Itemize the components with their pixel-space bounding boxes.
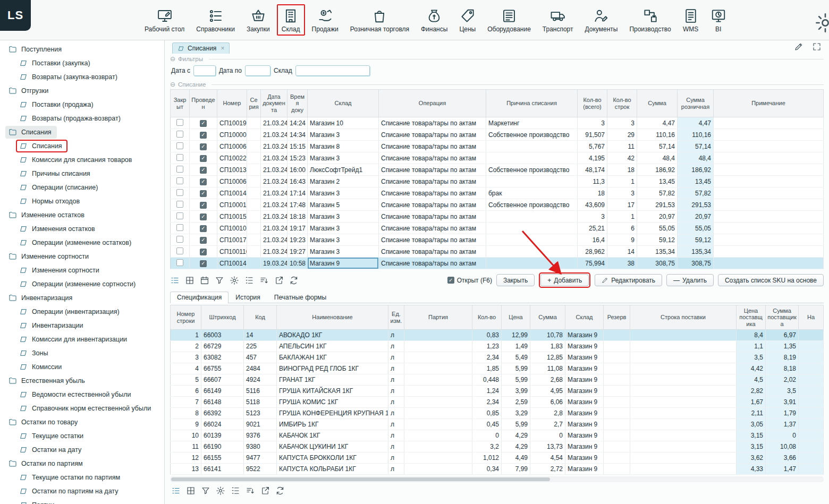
cell-price[interactable]: 5,49 [502,352,530,363]
cell-supply_row[interactable] [630,363,737,374]
cell-supplier_sum[interactable]: 8,19 [766,352,799,363]
cell-number[interactable]: СП100159 [217,211,247,223]
cell-batch[interactable] [404,352,472,363]
cell-rows_count[interactable]: 1 [607,176,637,187]
cell-qty_total[interactable]: 75,994 [578,258,607,269]
cell-name[interactable]: АПЕЛЬСИН 1КГ [277,341,388,352]
cell-barcode[interactable]: 66148 [201,397,244,408]
cell-barcode[interactable]: 66003 [201,330,244,341]
edit-button[interactable]: Редактировать [595,274,662,286]
cell-price[interactable]: 5,99 [502,419,530,430]
cell-price[interactable]: 3,99 [502,386,530,397]
cell-qty_total[interactable]: 91,507 [578,129,607,141]
cell-series[interactable] [247,187,261,199]
cell-number[interactable]: СП100062 [217,176,247,187]
cell-verified[interactable]: ✓ [190,164,217,176]
export-icon[interactable] [260,486,270,496]
cell-reserve[interactable] [604,408,630,419]
cell-note[interactable] [714,164,824,176]
tree-folder[interactable]: Остатки по товару [0,415,164,429]
table-row[interactable]: 11661909380КАБАЧОК ЦУКИНИ 1КГл3,24,2913,… [171,441,824,452]
cell-operation[interactable]: Списание товара/тары по актам [379,211,486,223]
cell-warehouse[interactable]: Магазин 9 [565,330,604,341]
cell-sum[interactable]: 6,06 [530,397,565,408]
cell-qty[interactable]: 0,34 [472,464,502,475]
cell-barcode[interactable]: 63082 [201,352,244,363]
cell-series[interactable] [247,117,261,129]
cell-closed[interactable] [171,152,190,164]
table-row[interactable]: 266729225АПЕЛЬСИН 1КГл1,231,491,83Магази… [171,341,824,352]
cell-n[interactable]: 10 [171,430,201,441]
cell-series[interactable] [247,164,261,176]
cell-reason[interactable]: брак [486,187,578,199]
cell-operation[interactable]: Списание товара/тары по актам [379,223,486,234]
cell-time[interactable]: 10:58 [287,258,308,269]
checkbox[interactable] [176,212,183,219]
table-row[interactable]: 10601399376КАБАЧОК 1КГл04,290Магазин 93,… [171,430,824,441]
cell-sum_retail[interactable]: 186,92 [678,164,714,176]
cell-closed[interactable] [171,141,190,152]
cell-reserve[interactable] [604,374,630,386]
create-sku-button[interactable]: Создать список SKU на основе [718,274,824,286]
tree-leaf[interactable]: Комиссии для списания товаров [0,153,164,167]
cell-rows_count[interactable]: 1 [607,211,637,223]
cell-supplier_price[interactable]: 4,33 [737,464,766,475]
cell-supply_row[interactable] [630,330,737,341]
scrollbar-thumb[interactable] [171,477,550,481]
cell-extra[interactable] [799,341,824,352]
cell-unit[interactable]: л [388,330,404,341]
tree-folder[interactable]: Инвентаризация [0,291,164,305]
cell-qty_total[interactable]: 5,767 [578,141,607,152]
numbered-list-icon[interactable] [244,276,254,285]
cell-code[interactable]: 14 [244,330,277,341]
cell-code[interactable]: 9380 [244,441,277,452]
cell-operation[interactable]: Списание товара/тары по актам [379,141,486,152]
cell-code[interactable]: 9021 [244,419,277,430]
cell-qty[interactable]: 1,85 [472,363,502,374]
cell-operation[interactable]: Списание товара/тары по актам [379,187,486,199]
checkbox[interactable] [176,201,183,208]
column-header[interactable]: Код [244,305,277,330]
column-header[interactable]: Строка поставки [630,305,737,330]
cell-series[interactable] [247,258,261,269]
sort-icon[interactable] [259,276,269,285]
cell-unit[interactable]: л [388,352,404,363]
tab-spisaniya[interactable]: Списания × [172,42,230,54]
cell-date[interactable]: 21.03.24 [261,176,287,187]
cell-series[interactable] [247,223,261,234]
tree-leaf[interactable]: Изменения сортности [0,263,164,277]
cell-operation[interactable]: Списание товара/тары по актам [379,258,486,269]
table-row[interactable]: ✓СП10001421.03.2417:48Магазин 5Списание … [171,199,824,211]
cell-batch[interactable] [404,341,472,352]
cell-rows_count[interactable]: 9 [607,234,637,246]
cell-n[interactable]: 1 [171,330,201,341]
gear-icon[interactable] [216,486,225,496]
cell-verified[interactable]: ✓ [190,129,217,141]
cell-code[interactable]: 9376 [244,430,277,441]
cell-extra[interactable] [799,408,824,419]
cell-name[interactable]: ГРУША КОНФЕРЕНЦИЯ КРУПНАЯ 1КГ [277,408,388,419]
column-header[interactable]: Примечание [714,90,824,117]
nav-item-wms[interactable]: WMS [678,4,704,36]
cell-time[interactable]: 17:48 [287,199,308,211]
cell-supplier_sum[interactable]: 1,35 [766,341,799,352]
cell-rows_count[interactable]: 18 [607,164,637,176]
cell-operation[interactable]: Списание товара/тары по актам [379,199,486,211]
cell-unit[interactable]: л [388,419,404,430]
cell-sum[interactable]: 57,14 [637,141,678,152]
cell-n[interactable]: 4 [171,363,201,374]
cell-sum_retail[interactable]: 291,53 [678,199,714,211]
column-header[interactable]: Кол-во (всего) [578,90,607,117]
column-header[interactable]: Закрыт [171,90,190,117]
cell-rows_count[interactable]: 29 [607,129,637,141]
cell-reason[interactable] [486,246,578,258]
cell-supplier_sum[interactable]: 1,37 [766,419,799,430]
tree-leaf[interactable]: Списания [0,139,164,153]
cell-qty[interactable]: 0,85 [472,408,502,419]
cell-price[interactable]: 5,99 [502,374,530,386]
table-row[interactable]: ✓СП10014521.03.2417:14Магазин 3Списание … [171,187,824,199]
cell-reserve[interactable] [604,464,630,475]
cell-reason[interactable] [486,141,578,152]
cell-reserve[interactable] [604,386,630,397]
cell-sum[interactable]: 20,97 [637,211,678,223]
